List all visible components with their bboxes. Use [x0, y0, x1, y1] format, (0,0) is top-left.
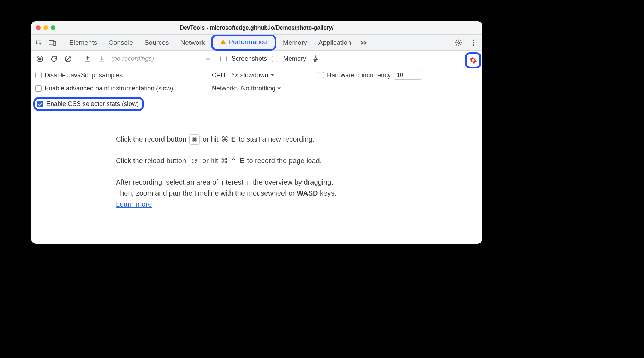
checkbox-checked-icon [37, 101, 43, 107]
reload-button[interactable] [49, 54, 59, 64]
upload-button[interactable] [83, 54, 92, 64]
capture-settings-button[interactable] [469, 56, 478, 65]
tab-console[interactable]: Console [103, 37, 138, 49]
text: Then, zoom and pan the timeline with the… [116, 188, 384, 199]
clear-button[interactable] [64, 54, 73, 64]
hw-input[interactable]: 10 [394, 71, 422, 80]
disable-js-checkbox[interactable]: Disable JavaScript samples [35, 72, 212, 79]
text: to record the page load. [247, 155, 322, 166]
hint-record: Click the record button or hit ⌘ E to st… [116, 134, 475, 145]
hw-label: Hardware concurrency [327, 72, 391, 79]
css-stats-label: Enable CSS selector stats (slow) [46, 100, 139, 108]
chevron-down-icon [277, 87, 282, 90]
capture-settings-panel: Disable JavaScript samples CPU: 6× slowd… [31, 67, 482, 116]
capture-settings-highlight [465, 52, 481, 68]
record-button[interactable] [35, 54, 44, 64]
text: After recording, select an area of inter… [116, 177, 384, 188]
svg-point-7 [473, 42, 474, 43]
svg-point-8 [473, 44, 474, 46]
titlebar: DevTools - microsoftedge.github.io/Demos… [31, 21, 482, 35]
tab-sources[interactable]: Sources [139, 37, 174, 49]
separator [215, 55, 215, 63]
network-throttle-dropdown[interactable]: No throttling [240, 85, 283, 92]
kbd-shift: ⇧ [231, 155, 237, 166]
kbd-e: E [239, 155, 244, 166]
tab-network[interactable]: Network [175, 37, 210, 49]
svg-rect-3 [223, 41, 224, 43]
checkbox-icon [220, 56, 227, 62]
screenshots-label: Screenshots [232, 55, 267, 62]
text: Click the record button [116, 134, 186, 145]
hw-concurrency-row[interactable]: Hardware concurrency 10 [318, 71, 482, 80]
svg-line-12 [66, 57, 70, 61]
garbage-collect-icon[interactable] [311, 54, 320, 64]
svg-point-5 [458, 42, 460, 44]
tab-application[interactable]: Application [314, 37, 356, 49]
reload-hint-button[interactable] [189, 156, 199, 166]
disable-js-label: Disable JavaScript samples [44, 72, 123, 79]
text: or hit [203, 134, 218, 145]
paint-label: Enable advanced paint instrumentation (s… [44, 85, 173, 92]
tab-performance-label: Performance [228, 38, 267, 46]
hint-paragraph: After recording, select an area of inter… [116, 177, 384, 210]
recordings-dropdown[interactable]: (no recordings) [111, 55, 210, 62]
settings-icon[interactable] [453, 37, 464, 48]
recordings-placeholder: (no recordings) [111, 55, 154, 62]
svg-rect-4 [223, 43, 224, 44]
css-selector-stats-checkbox[interactable]: Enable CSS selector stats (slow) [37, 100, 139, 108]
checkbox-icon [35, 72, 42, 78]
kbd-cmd: ⌘ [221, 155, 228, 166]
cpu-throttle-dropdown[interactable]: 6× slowdown [230, 72, 276, 79]
svg-rect-2 [53, 41, 56, 45]
cpu-throttle-row: CPU: 6× slowdown [212, 72, 318, 79]
maximize-button[interactable] [51, 25, 55, 30]
tab-performance-highlight: Performance [211, 34, 276, 51]
text: or hit [202, 155, 218, 166]
checkbox-icon [35, 85, 42, 92]
text: to start a new recording. [239, 134, 315, 145]
screenshots-checkbox[interactable]: Screenshots [220, 55, 267, 62]
checkbox-icon [272, 56, 278, 62]
learn-more-link[interactable]: Learn more [116, 200, 152, 208]
paint-instrumentation-checkbox[interactable]: Enable advanced paint instrumentation (s… [35, 85, 212, 92]
net-value: No throttling [241, 85, 275, 92]
more-tabs-icon[interactable] [358, 37, 369, 48]
css-selector-stats-highlight: Enable CSS selector stats (slow) [33, 97, 144, 111]
tab-performance[interactable]: Performance [215, 36, 272, 48]
device-mode-icon[interactable] [47, 37, 58, 48]
cpu-value: 6× slowdown [231, 72, 268, 79]
window-title: DevTools - microsoftedge.github.io/Demos… [31, 25, 482, 31]
svg-point-6 [473, 39, 474, 41]
svg-point-10 [38, 57, 41, 60]
devtools-window: DevTools - microsoftedge.github.io/Demos… [31, 21, 482, 244]
inspect-icon[interactable] [34, 37, 44, 48]
download-button[interactable] [97, 54, 106, 64]
text: Click the reload button [116, 155, 186, 166]
tab-memory[interactable]: Memory [278, 37, 312, 49]
memory-checkbox[interactable]: Memory [272, 55, 306, 62]
kbd-e: E [231, 134, 236, 145]
memory-label: Memory [283, 55, 306, 62]
wasd: WASD [297, 189, 318, 197]
chevron-down-icon [206, 58, 210, 60]
separator [78, 55, 78, 63]
cpu-label: CPU: [212, 72, 227, 79]
close-button[interactable] [36, 25, 41, 30]
record-hint-button[interactable] [189, 134, 200, 145]
net-label: Network: [212, 85, 237, 92]
network-throttle-row: Network: No throttling [212, 85, 318, 92]
perf-toolbar: (no recordings) Screenshots Memory [31, 51, 482, 67]
hint-reload: Click the reload button or hit ⌘ ⇧ E to … [116, 155, 475, 166]
kebab-menu-icon[interactable] [468, 37, 479, 48]
checkbox-icon [318, 72, 324, 78]
tab-elements[interactable]: Elements [64, 37, 102, 49]
traffic-lights [36, 25, 55, 30]
chevron-down-icon [270, 73, 275, 77]
svg-point-14 [193, 138, 196, 141]
warning-icon [220, 39, 226, 45]
kbd-cmd: ⌘ [221, 134, 228, 145]
empty-state: Click the record button or hit ⌘ E to st… [31, 116, 482, 244]
tabbar: Elements Console Sources Network Perform… [31, 35, 482, 51]
minimize-button[interactable] [43, 25, 48, 30]
